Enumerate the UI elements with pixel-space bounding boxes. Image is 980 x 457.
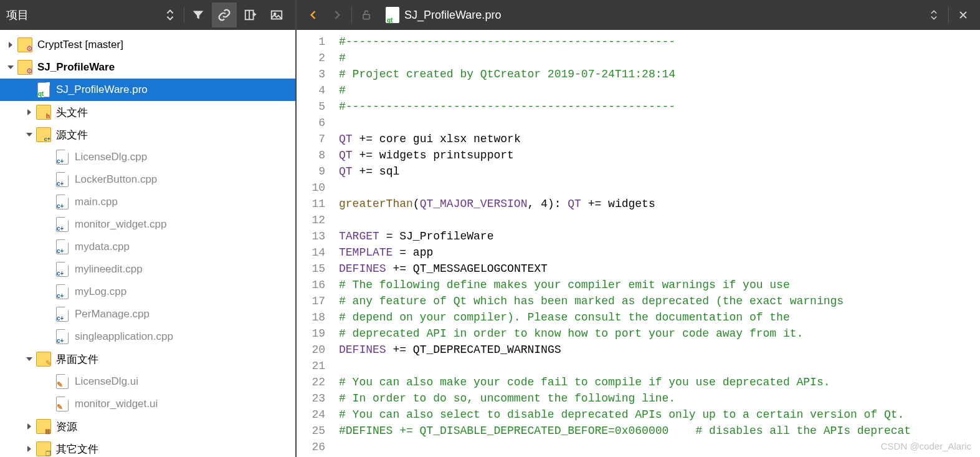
- file-icon: [55, 307, 70, 322]
- tree-item-label: monitor_widget.ui: [75, 398, 158, 410]
- open-file-tab[interactable]: SJ_ProfileWare.pro: [378, 7, 508, 23]
- tree-item-licensedlg-ui[interactable]: LicenseDlg.ui: [0, 370, 295, 393]
- tree-item-label: PerManage.cpp: [75, 308, 150, 320]
- tree-item-label: SJ_ProfileWare.pro: [56, 84, 148, 96]
- folder-icon: [17, 37, 32, 52]
- qt-file-icon: [386, 7, 399, 23]
- folder-icon: [36, 352, 51, 367]
- file-icon: [55, 397, 70, 411]
- tree-item-label: LicenseDlg.ui: [75, 375, 138, 388]
- expand-arrow-icon[interactable]: [25, 130, 34, 139]
- svg-rect-6: [363, 14, 369, 19]
- tree-item-mylineedit-cpp[interactable]: mylineedit.cpp: [0, 258, 295, 281]
- tab-filename: SJ_ProfileWare.pro: [404, 9, 501, 22]
- file-icon: [55, 239, 70, 254]
- editor-pane: SJ_ProfileWare.pro 123456789101112131415…: [297, 0, 980, 457]
- file-icon: [55, 195, 70, 209]
- sidebar-title: 项目: [6, 7, 158, 22]
- tree-item-main-cpp[interactable]: main.cpp: [0, 191, 295, 213]
- tree-item-label: myLog.cpp: [75, 286, 126, 298]
- tree-item-permanage-cpp[interactable]: PerManage.cpp: [0, 303, 295, 325]
- tree-item-label: 源文件: [56, 128, 88, 142]
- nav-back-button[interactable]: [302, 3, 325, 27]
- folder-icon: [36, 127, 51, 142]
- tree-item-resources[interactable]: 资源: [0, 415, 295, 438]
- tree-item-crypttest[interactable]: CryptTest [master]: [0, 34, 295, 56]
- tree-item-label: mylineedit.cpp: [75, 263, 143, 276]
- close-tab-button[interactable]: [951, 3, 975, 27]
- project-sidebar: 项目 CryptTest [master]SJ_ProfileWareSJ_Pr…: [0, 0, 297, 457]
- tree-item-monitor-widget-ui[interactable]: monitor_widget.ui: [0, 393, 295, 415]
- tree-item-label: 界面文件: [56, 352, 98, 367]
- tree-item-label: monitor_widget.cpp: [75, 218, 166, 231]
- expand-arrow-icon[interactable]: [25, 422, 34, 431]
- tree-item-mydata-cpp[interactable]: mydata.cpp: [0, 236, 295, 258]
- tree-item-label: singleapplication.cpp: [75, 330, 173, 343]
- sidebar-tools: [158, 2, 289, 27]
- tree-item-label: main.cpp: [75, 196, 118, 208]
- tree-item-label: SJ_ProfileWare: [37, 61, 115, 74]
- expand-arrow-icon[interactable]: [25, 355, 34, 363]
- code-content[interactable]: #---------------------------------------…: [334, 30, 980, 457]
- tree-item-label: LicenseDlg.cpp: [75, 151, 147, 163]
- file-updown-button[interactable]: [922, 3, 946, 27]
- file-icon: [55, 217, 70, 232]
- file-icon: [55, 150, 70, 165]
- link-button[interactable]: [212, 2, 237, 27]
- tree-item-other[interactable]: 其它文件: [0, 438, 295, 457]
- file-icon: [55, 172, 70, 187]
- tree-item-label: CryptTest [master]: [37, 39, 123, 51]
- tree-item-monitor-widget-cpp[interactable]: monitor_widget.cpp: [0, 213, 295, 236]
- expand-arrow-icon[interactable]: [6, 63, 15, 72]
- tree-item-label: 资源: [56, 420, 77, 434]
- tree-item-label: mydata.cpp: [75, 241, 130, 253]
- tree-item-lockerbutton-cpp[interactable]: LockerButton.cpp: [0, 168, 295, 191]
- tree-item-profileware[interactable]: SJ_ProfileWare: [0, 56, 295, 79]
- image-view-button[interactable]: [264, 2, 289, 27]
- file-icon: [36, 82, 51, 97]
- lock-button[interactable]: [354, 3, 378, 27]
- split-add-button[interactable]: [238, 2, 263, 27]
- project-tree[interactable]: CryptTest [master]SJ_ProfileWareSJ_Profi…: [0, 30, 295, 457]
- tree-item-sources[interactable]: 源文件: [0, 123, 295, 146]
- filter-button[interactable]: [186, 2, 211, 27]
- file-icon: [55, 374, 70, 389]
- separator: [351, 6, 352, 24]
- tree-item-forms[interactable]: 界面文件: [0, 348, 295, 370]
- tree-item-headers[interactable]: 头文件: [0, 101, 295, 123]
- editor-toolbar: SJ_ProfileWare.pro: [297, 0, 980, 30]
- separator: [184, 7, 184, 23]
- expand-arrow-icon[interactable]: [25, 445, 34, 453]
- tree-item-singleapp-cpp[interactable]: singleapplication.cpp: [0, 325, 295, 348]
- folder-icon: [36, 441, 51, 456]
- line-number-gutter: 1234567891011121314151617181920212223242…: [297, 30, 334, 457]
- folder-icon: [36, 105, 51, 120]
- nav-forward-button[interactable]: [325, 3, 349, 27]
- expand-arrow-icon[interactable]: [25, 108, 34, 117]
- folder-icon: [36, 419, 51, 434]
- tree-item-label: 其它文件: [56, 442, 98, 456]
- expand-arrow-icon[interactable]: [6, 41, 15, 49]
- file-icon: [55, 262, 70, 277]
- separator: [948, 6, 949, 24]
- tree-item-label: 头文件: [56, 105, 88, 120]
- folder-icon: [17, 60, 32, 75]
- code-editor[interactable]: 1234567891011121314151617181920212223242…: [297, 30, 980, 457]
- tree-item-licensedlg-cpp[interactable]: LicenseDlg.cpp: [0, 146, 295, 168]
- file-icon: [55, 329, 70, 344]
- sort-updown-button[interactable]: [158, 2, 183, 27]
- tree-item-label: LockerButton.cpp: [75, 173, 157, 186]
- sidebar-header: 项目: [0, 0, 295, 30]
- tree-item-mylog-cpp[interactable]: myLog.cpp: [0, 281, 295, 303]
- file-icon: [55, 284, 70, 299]
- tree-item-pro-file[interactable]: SJ_ProfileWare.pro: [0, 79, 295, 101]
